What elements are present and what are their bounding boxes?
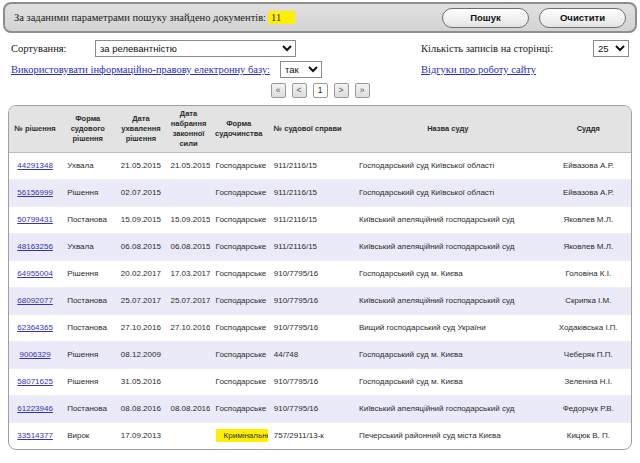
table-row: 50799431Постанова15.09.201515.09.2015Гос… [9,206,631,233]
feedback-link[interactable]: Відгуки про роботу сайту [421,64,536,75]
case-number-cell: 757/2911/13-к [274,431,324,440]
case-number-cell: 910/7795/16 [274,323,319,332]
decision-link[interactable]: 64955004 [17,269,53,278]
date-adopted-cell: 17.09.2013 [121,431,161,440]
clear-button[interactable]: Очистити [539,8,626,28]
table-header-row: № рішенняФорма судового рішенняДата ухва… [9,106,631,152]
decision-link[interactable]: 44291348 [17,161,53,170]
controls-row-links: Використовувати інформаційно-правову еле… [0,59,640,80]
court-name-cell: Господарський суд м. Києва [359,350,463,359]
table-row: 56156999Рішення02.07.2015Господарське911… [9,179,631,206]
decision-form-cell: Постанова [67,296,107,305]
judge-cell: Чеберяк П.П. [564,350,613,359]
table-row: 58071625Рішення31.05.2016Господарське910… [9,368,631,395]
pagination-page-1-button[interactable]: 1 [313,83,328,98]
court-name-cell: Господарський суд Київської області [359,188,494,197]
decision-link[interactable]: 62364365 [17,323,53,332]
table-row: 48163256Ухвала06.08.201506.08.2015Господ… [9,233,631,260]
column-header-1: Форма судового рішення [61,106,114,152]
court-name-cell: Київський апеляційний господарський суд [359,215,514,224]
table-row: 33514377Вирок17.09.2013Кримінальне757/29… [9,422,631,449]
proceeding-form-cell: Кримінальне [216,429,268,442]
judge-cell: Ходаківська І.П. [559,323,618,332]
search-summary-panel: За заданими параметрами пошуку знайдено … [3,2,637,33]
date-adopted-cell: 15.09.2015 [121,215,161,224]
proceeding-form-cell: Господарське [216,404,267,413]
judge-cell: Яковлев М.Л. [563,242,613,251]
date-effective-cell: 17.03.2017 [170,269,209,278]
table-row: 9006329Рішення08.12.2009Господарське44/7… [9,341,631,368]
column-header-0: № рішення [9,106,61,152]
decision-form-cell: Постанова [67,215,107,224]
court-name-cell: Господарський суд м. Києва [359,269,463,278]
date-effective-cell: 06.08.2015 [170,242,209,251]
date-effective-cell: 08.08.2016 [170,404,209,413]
date-adopted-cell: 20.02.2017 [121,269,161,278]
judge-cell: Зеленіна Н.І. [564,377,612,386]
top-button-group: Пошук Очистити [442,8,626,28]
decision-link[interactable]: 9006329 [20,350,51,359]
per-page-select[interactable]: 25 [593,40,629,57]
per-page-label: Кількість записів на сторінці: [421,43,553,54]
table-row: 64955004Рішення20.02.201717.03.2017Госпо… [9,260,631,287]
proceeding-form-cell: Господарське [216,242,267,251]
proceeding-form-cell: Господарське [216,161,267,170]
court-name-cell: Київський апеляційний господарський суд [359,296,514,305]
proceeding-form-cell: Господарське [216,215,267,224]
date-effective-cell: 25.07.2017 [170,296,209,305]
pagination: « < 1 > » [0,80,640,103]
legal-base-link[interactable]: Використовувати інформаційно-правову еле… [11,64,270,75]
sort-select[interactable]: за релевантністю [95,40,296,57]
date-adopted-cell: 06.08.2015 [121,242,161,251]
table-row: 62364365Постанова27.10.201627.10.2016Гос… [9,314,631,341]
date-effective-cell: 21.05.2015 [170,161,209,170]
column-header-3: Дата набрання законної сили [167,106,209,152]
judge-cell: Ейвазова А.Р. [563,188,614,197]
decision-link[interactable]: 50799431 [17,215,53,224]
case-number-cell: 910/7795/16 [274,269,319,278]
table-row: 61223946Постанова08.08.201608.08.2016Гос… [9,395,631,422]
proceeding-form-cell: Господарське [216,269,267,278]
decision-form-cell: Вирок [67,431,89,440]
search-button[interactable]: Пошук [442,8,529,28]
decision-link[interactable]: 33514377 [17,431,53,440]
proceeding-form-cell: Господарське [216,323,267,332]
case-number-cell: 910/7795/16 [274,377,319,386]
court-name-cell: Печерський районний суд міста Києва [359,431,501,440]
judge-cell: Головіна К.І. [565,269,611,278]
pagination-first-button[interactable]: « [271,83,286,98]
case-number-cell: 44/748 [274,350,298,359]
case-number-cell: 911/2116/15 [274,161,317,170]
proceeding-form-cell: Господарське [216,350,267,359]
judge-cell: Федорчук Р.В. [563,404,614,413]
decision-form-cell: Рішення [67,377,98,386]
case-number-cell: 910/7795/16 [274,404,319,413]
results-count-label: За заданими параметрами пошуку знайдено … [14,12,266,23]
legal-base-select[interactable]: так [280,61,322,78]
decision-link[interactable]: 48163256 [17,242,53,251]
pagination-prev-button[interactable]: < [292,83,307,98]
decision-link[interactable]: 56156999 [17,188,53,197]
table-row: 68092077Постанова25.07.201725.07.2017Гос… [9,287,631,314]
pagination-next-button[interactable]: > [334,83,349,98]
judge-cell: Ейвазова А.Р. [563,161,614,170]
decision-link[interactable]: 58071625 [17,377,53,386]
case-number-cell: 911/2116/15 [274,188,317,197]
decision-link[interactable]: 68092077 [17,296,53,305]
court-name-cell: Київський апеляційний господарський суд [359,404,514,413]
decision-form-cell: Рішення [67,269,98,278]
proceeding-form-cell: Господарське [216,296,267,305]
decision-link[interactable]: 61223946 [17,404,53,413]
case-number-cell: 910/7795/16 [274,296,319,305]
case-number-cell: 911/2116/15 [274,215,317,224]
column-header-2: Дата ухвалення рішення [114,106,167,152]
proceeding-form-cell: Господарське [216,188,267,197]
court-name-cell: Господарський суд м. Києва [359,377,463,386]
judge-cell: Кицюк В. П. [567,431,610,440]
court-name-cell: Вищий господарський суд України [359,323,486,332]
controls-row-sorting: Сортування: за релевантністю Кількість з… [0,38,640,59]
sort-label: Сортування: [11,43,95,54]
table-row: 44291348Ухвала21.05.201521.05.2015Господ… [9,152,631,179]
proceeding-form-cell: Господарське [216,377,267,386]
pagination-last-button[interactable]: » [355,83,370,98]
